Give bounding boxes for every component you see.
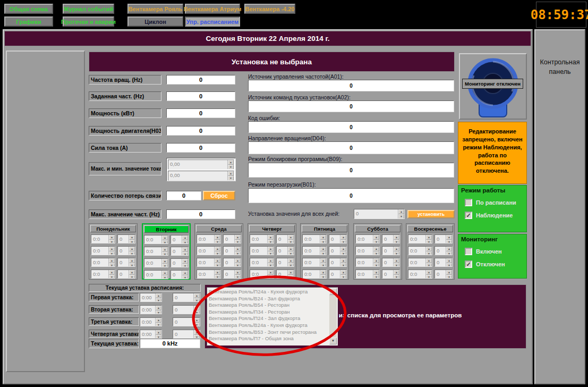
spin-up-icon[interactable]: ▲ xyxy=(373,270,379,275)
day-time-spinner[interactable]: 0:0▲▼ xyxy=(250,258,274,267)
unit-list-item[interactable]: Венткамера Рояль/В24 - Зал фудкорта xyxy=(209,296,329,302)
spin-up-icon[interactable]: ▲ xyxy=(268,258,274,263)
checkbox[interactable]: ✓ xyxy=(465,212,472,219)
day-freq-spinner[interactable]: 0▲▼ xyxy=(276,258,294,267)
spin-up-icon[interactable]: ▲ xyxy=(182,247,188,252)
day-time-spinner[interactable]: 0:0▲▼ xyxy=(302,246,327,255)
spin-up-icon[interactable]: ▲ xyxy=(394,247,399,251)
unit-list-item[interactable]: Венткамера Рояль/В24а - Кухня фудкорта xyxy=(209,322,329,329)
spin-down-icon[interactable]: ▼ xyxy=(156,298,161,302)
spin-up-icon[interactable]: ▲ xyxy=(288,258,294,263)
spin-up-icon[interactable]: ▲ xyxy=(194,330,200,335)
spin-up-icon[interactable]: ▲ xyxy=(156,330,161,335)
nav-button-row2-1[interactable]: Графики xyxy=(4,16,53,27)
spin-up-icon[interactable]: ▲ xyxy=(446,247,452,251)
day-freq-spinner[interactable]: 0▲▼ xyxy=(329,270,347,279)
unit-list-item[interactable]: Венткамера Рояль/П24а - Кухня фудкорта xyxy=(209,289,329,296)
spin-down-icon[interactable]: ▼ xyxy=(340,263,346,267)
nav-button-5[interactable]: Венткамера -4.20 xyxy=(244,4,295,14)
spin-up-icon[interactable]: ▲ xyxy=(182,259,188,264)
spin-down-icon[interactable]: ▼ xyxy=(228,176,234,181)
day-time-spinner[interactable]: 0:0▲▼ xyxy=(197,234,221,243)
spin-down-icon[interactable]: ▼ xyxy=(215,251,220,255)
day-time-spinner[interactable]: 0:0▲▼ xyxy=(408,258,432,267)
spin-down-icon[interactable]: ▼ xyxy=(215,263,220,267)
spin-down-icon[interactable]: ▼ xyxy=(194,298,200,302)
spin-up-icon[interactable]: ▲ xyxy=(228,171,234,176)
spin-up-icon[interactable]: ▲ xyxy=(109,235,115,240)
all-days-spinner[interactable]: 0▲▼ xyxy=(354,209,405,219)
day-freq-spinner[interactable]: 0▲▼ xyxy=(382,234,400,243)
day-time-spinner[interactable]: 0:0▲▼ xyxy=(355,258,380,267)
day-time-spinner[interactable]: 0:0▲▼ xyxy=(250,246,274,255)
day-time-spinner[interactable]: 0:0▲▼ xyxy=(355,234,380,243)
spin-up-icon[interactable]: ▲ xyxy=(182,271,188,275)
setpoint-value-spinner[interactable]: 0▲▼ xyxy=(173,330,200,339)
spin-up-icon[interactable]: ▲ xyxy=(340,270,346,275)
spin-down-icon[interactable]: ▼ xyxy=(235,251,241,255)
spin-down-icon[interactable]: ▼ xyxy=(109,275,115,279)
spin-up-icon[interactable]: ▲ xyxy=(340,258,346,263)
unit-list-item[interactable]: Венткамера Рояль/В53 - Зонт печи рестора… xyxy=(209,329,329,336)
scrollbar-track[interactable] xyxy=(329,295,337,338)
spin-up-icon[interactable]: ▲ xyxy=(235,247,241,251)
spin-up-icon[interactable]: ▲ xyxy=(194,293,200,298)
day-freq-spinner[interactable]: 0▲▼ xyxy=(276,246,294,255)
day-freq-spinner[interactable]: 0▲▼ xyxy=(329,234,347,243)
spin-up-icon[interactable]: ▲ xyxy=(373,235,379,240)
spin-up-icon[interactable]: ▲ xyxy=(156,318,161,323)
spin-down-icon[interactable]: ▼ xyxy=(129,263,135,267)
spin-down-icon[interactable]: ▼ xyxy=(129,240,135,243)
day-freq-spinner[interactable]: 0▲▼ xyxy=(382,270,400,279)
option-row[interactable]: ✓Отключен xyxy=(465,260,526,268)
spin-down-icon[interactable]: ▼ xyxy=(446,263,452,267)
day-freq-spinner[interactable]: 0▲▼ xyxy=(171,247,189,256)
day-time-spinner[interactable]: 0:0▲▼ xyxy=(302,234,327,243)
setpoint-time-spinner[interactable]: 0:00▲▼ xyxy=(140,305,162,314)
day-time-spinner[interactable]: 0:0▲▼ xyxy=(91,258,115,267)
spin-down-icon[interactable]: ▼ xyxy=(340,240,346,243)
spin-down-icon[interactable]: ▼ xyxy=(288,251,294,255)
spin-down-icon[interactable]: ▼ xyxy=(394,263,399,267)
spin-up-icon[interactable]: ▲ xyxy=(373,258,379,263)
day-time-spinner[interactable]: 0:0▲▼ xyxy=(91,234,115,243)
spin-up-icon[interactable]: ▲ xyxy=(268,270,274,275)
day-time-spinner[interactable]: 0:0▲▼ xyxy=(197,246,221,255)
setpoint-time-spinner[interactable]: 0:00▲▼ xyxy=(140,293,162,302)
spin-up-icon[interactable]: ▲ xyxy=(129,270,135,275)
spin-up-icon[interactable]: ▲ xyxy=(426,270,432,275)
day-time-spinner[interactable]: 0:0▲▼ xyxy=(250,270,274,279)
spin-up-icon[interactable]: ▲ xyxy=(109,258,115,263)
spin-down-icon[interactable]: ▼ xyxy=(156,335,161,339)
spin-down-icon[interactable]: ▼ xyxy=(426,275,432,279)
checkbox[interactable]: ✓ xyxy=(465,260,472,268)
spin-up-icon[interactable]: ▲ xyxy=(215,258,220,263)
spin-down-icon[interactable]: ▼ xyxy=(268,263,274,267)
spin-up-icon[interactable]: ▲ xyxy=(215,247,220,251)
spin-up-icon[interactable]: ▲ xyxy=(215,270,220,275)
day-freq-spinner[interactable]: 0▲▼ xyxy=(276,270,294,279)
spin-down-icon[interactable]: ▼ xyxy=(373,263,379,267)
unit-list-item[interactable]: Венткамера Рояль/П34 - Ресторан xyxy=(209,309,329,316)
spin-down-icon[interactable]: ▼ xyxy=(446,240,452,243)
day-time-spinner[interactable]: 0:0▲▼ xyxy=(91,270,115,279)
nav-button-3[interactable]: Венткамера Рояль xyxy=(127,4,183,14)
day-freq-spinner[interactable]: 0▲▼ xyxy=(171,235,189,244)
spin-down-icon[interactable]: ▼ xyxy=(373,240,379,243)
day-freq-spinner[interactable]: 0▲▼ xyxy=(434,246,453,255)
spin-down-icon[interactable]: ▼ xyxy=(398,214,404,219)
spin-up-icon[interactable]: ▲ xyxy=(320,270,326,275)
day-freq-spinner[interactable]: 0▲▼ xyxy=(117,246,135,255)
spin-up-icon[interactable]: ▲ xyxy=(162,235,168,240)
spin-up-icon[interactable]: ▲ xyxy=(288,247,294,251)
spin-down-icon[interactable]: ▼ xyxy=(109,263,115,267)
spin-down-icon[interactable]: ▼ xyxy=(394,251,399,255)
nav-button-4[interactable]: Венткамера Атриум xyxy=(185,4,240,14)
spin-up-icon[interactable]: ▲ xyxy=(129,258,135,263)
spin-up-icon[interactable]: ▲ xyxy=(129,235,135,240)
unit-list-item[interactable]: Венткамера Рояль/П24 - Зал фудкорта xyxy=(209,315,329,322)
spin-up-icon[interactable]: ▲ xyxy=(446,235,452,240)
day-freq-spinner[interactable]: 0▲▼ xyxy=(434,258,453,267)
nav-button-row2-4[interactable]: Упр. расписанием xyxy=(185,16,240,27)
spin-up-icon[interactable]: ▲ xyxy=(288,235,294,240)
